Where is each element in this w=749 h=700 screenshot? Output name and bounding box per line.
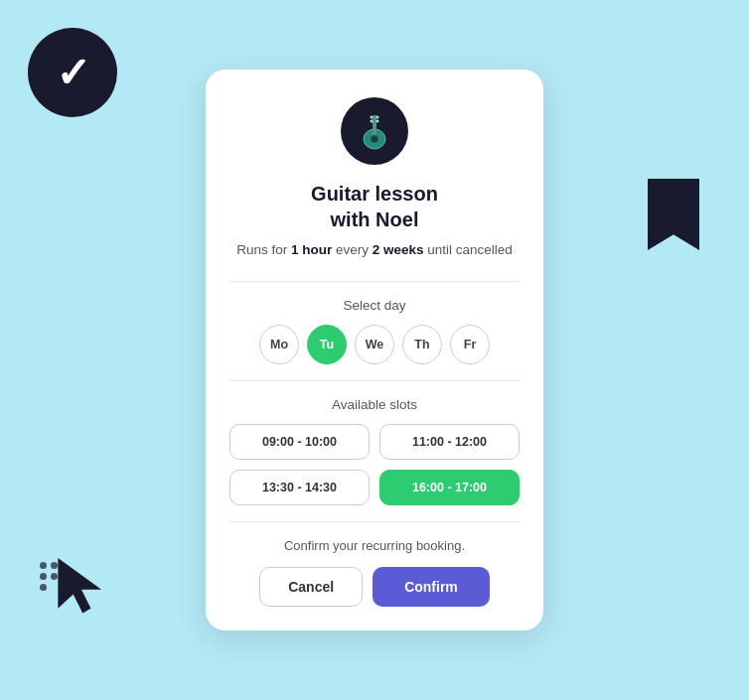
booking-title: Guitar lesson with Noel: [229, 181, 520, 232]
bookmark-decoration: [648, 179, 699, 250]
title-section: Guitar lesson with Noel Runs for 1 hour …: [229, 181, 520, 260]
svg-point-10: [373, 137, 377, 142]
cursor-decoration: [52, 552, 111, 621]
check-circle-decoration: [28, 28, 117, 117]
cancel-button[interactable]: Cancel: [259, 567, 363, 607]
divider-3: [229, 521, 520, 522]
divider-2: [229, 380, 520, 381]
slot-0900[interactable]: 09:00 - 10:00: [229, 424, 370, 460]
svg-rect-2: [373, 115, 376, 137]
confirm-text: Confirm your recurring booking.: [229, 538, 520, 553]
divider-1: [229, 281, 520, 282]
svg-point-7: [371, 120, 374, 123]
slot-grid: 09:00 - 10:00 11:00 - 12:00 13:30 - 14:3…: [229, 424, 520, 505]
action-buttons: Cancel Confirm: [229, 567, 520, 607]
day-selector-label: Select day: [229, 298, 520, 313]
booking-card: Guitar lesson with Noel Runs for 1 hour …: [206, 70, 543, 630]
day-we[interactable]: We: [355, 325, 394, 364]
booking-subtitle: Runs for 1 hour every 2 weeks until canc…: [229, 240, 520, 260]
slot-1100[interactable]: 11:00 - 12:00: [379, 424, 520, 460]
day-selector: Mo Tu We Th Fr: [229, 325, 520, 364]
day-th[interactable]: Th: [402, 325, 442, 364]
svg-point-8: [376, 120, 379, 123]
slot-1330[interactable]: 13:30 - 14:30: [229, 470, 370, 505]
day-fr[interactable]: Fr: [450, 325, 490, 364]
day-tu[interactable]: Tu: [307, 325, 347, 364]
confirm-section: Confirm your recurring booking. Cancel C…: [229, 538, 520, 607]
day-mo[interactable]: Mo: [259, 325, 299, 364]
svg-point-6: [376, 116, 379, 119]
slot-1600[interactable]: 16:00 - 17:00: [379, 470, 520, 505]
avatar: [341, 97, 408, 165]
slots-section: Available slots 09:00 - 10:00 11:00 - 12…: [229, 397, 520, 505]
day-selector-section: Select day Mo Tu We Th Fr: [229, 298, 520, 364]
avatar-wrap: [229, 97, 520, 165]
svg-point-5: [371, 116, 374, 119]
confirm-button[interactable]: Confirm: [373, 567, 490, 607]
slots-label: Available slots: [229, 397, 520, 412]
